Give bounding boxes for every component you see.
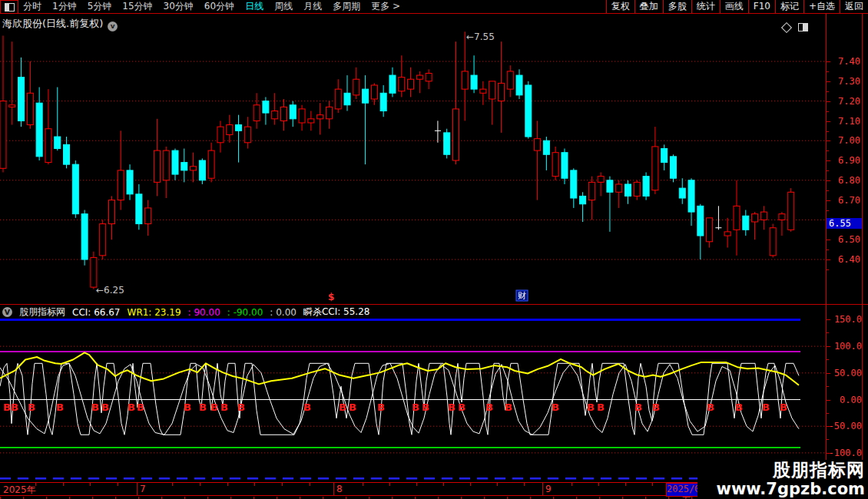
layout-toggle-button[interactable] xyxy=(0,0,18,14)
timeline-tick xyxy=(524,483,525,486)
period-tab-7[interactable]: 周线 xyxy=(274,0,293,13)
candle xyxy=(408,68,414,97)
axis-tick-minor xyxy=(827,386,829,387)
period-tab-2[interactable]: 5分钟 xyxy=(88,0,112,13)
indicator-header-segment-2: WR1: 23.19 xyxy=(128,307,181,318)
axis-frame-line xyxy=(826,13,827,482)
timeline-tick xyxy=(63,483,64,486)
indicator-header-segment-0: 股朋指标网 xyxy=(19,306,65,319)
candlestick-chart: ←7.55←6.25$财 xyxy=(0,29,826,304)
toolbar-button-3[interactable]: 统计 xyxy=(691,0,720,13)
top-toolbar: 分时1分钟5分钟15分钟30分钟60分钟日线周线月线多周期更多 > 复权叠加多股… xyxy=(0,0,868,14)
candle xyxy=(435,121,441,142)
axis-tick-minor xyxy=(827,439,829,440)
price-axis-label: 6.70 xyxy=(827,195,860,206)
event-marker[interactable]: $ xyxy=(328,292,334,302)
candle xyxy=(661,144,668,170)
period-tab-0[interactable]: 分时 xyxy=(23,0,41,13)
buy-signal-marker: B xyxy=(587,402,595,413)
app-window: 分时1分钟5分钟15分钟30分钟60分钟日线周线月线多周期更多 > 复权叠加多股… xyxy=(0,0,868,499)
event-marker[interactable]: 财 xyxy=(516,290,528,301)
toolbar-button-1[interactable]: 叠加 xyxy=(634,0,663,13)
candle xyxy=(399,55,405,97)
axis-tick-minor xyxy=(827,269,829,270)
candle xyxy=(715,206,721,230)
svg-text:$: $ xyxy=(328,292,334,302)
toolbar-right-menu: 复权叠加多股统计画线F10标记+自选返回 xyxy=(606,0,868,13)
indicator-axis-label: -50.00 xyxy=(827,421,862,431)
timeline-tick xyxy=(200,483,200,486)
timeline-separator xyxy=(542,483,543,496)
period-tab-10[interactable]: 更多 > xyxy=(371,0,400,13)
candle xyxy=(670,154,676,182)
candle xyxy=(317,103,323,134)
axis-tick-minor xyxy=(827,170,829,171)
price-axis-label: 6.80 xyxy=(827,175,860,186)
price-axis-label: 6.90 xyxy=(827,155,860,166)
candle xyxy=(516,69,522,99)
toolbar-button-7[interactable]: +自选 xyxy=(803,0,840,13)
candle xyxy=(363,75,369,164)
candle xyxy=(525,81,532,139)
buy-signal-marker: B xyxy=(56,402,64,413)
candle xyxy=(616,180,622,208)
toolbar-button-5[interactable]: F10 xyxy=(748,0,775,13)
period-tab-4[interactable]: 30分钟 xyxy=(164,0,194,13)
candle xyxy=(426,69,432,89)
timeline-tick xyxy=(35,483,36,486)
candle xyxy=(72,160,78,218)
candle xyxy=(308,111,314,131)
toolbar-button-4[interactable]: 画线 xyxy=(720,0,748,13)
indicator-axis-label: -100.0 xyxy=(827,448,862,458)
candle xyxy=(498,41,504,133)
buy-signal-marker: B xyxy=(220,402,228,413)
toolbar-button-6[interactable]: 标记 xyxy=(775,0,803,13)
period-menu: 分时1分钟5分钟15分钟30分钟60分钟日线周线月线多周期更多 > xyxy=(23,0,400,13)
candle xyxy=(18,58,25,127)
candle xyxy=(371,83,377,104)
candle xyxy=(543,137,549,170)
price-axis-label: 6.50 xyxy=(827,234,860,245)
indicator-axis-label: 150.0 xyxy=(827,314,862,325)
timeline-tick xyxy=(443,483,444,486)
collapse-indicator-icon[interactable]: v xyxy=(2,307,12,317)
price-axis-label: 7.10 xyxy=(827,116,860,127)
candle xyxy=(416,71,422,93)
panel-separator xyxy=(0,304,868,305)
indicator-chart: BBBBBBBBBBBBBBBBBBBBBBBBBBBBBBBB xyxy=(0,319,826,482)
buy-signal-marker: B xyxy=(597,402,605,413)
axis-tick xyxy=(827,200,830,201)
candle xyxy=(45,89,51,164)
period-tab-8[interactable]: 月线 xyxy=(303,0,322,13)
candle xyxy=(9,41,15,124)
watermark-url: www.7gpzb.com xyxy=(716,480,865,498)
timeline-tick xyxy=(416,483,417,486)
period-tab-9[interactable]: 多周期 xyxy=(333,0,360,13)
buy-signal-marker: B xyxy=(735,402,743,413)
candle xyxy=(625,180,631,204)
candle xyxy=(100,220,106,259)
timeline-year-label: 2025年 xyxy=(3,484,36,497)
indicator-header-segment-4: : -90.00 xyxy=(227,307,263,318)
indicator-header-segment-6: 瞬杀CCI: 55.28 xyxy=(303,306,370,319)
candle xyxy=(199,158,205,184)
candle xyxy=(588,177,595,220)
toolbar-button-8[interactable]: 返回 xyxy=(840,0,868,13)
axis-tick-minor xyxy=(827,111,829,112)
period-tab-5[interactable]: 60分钟 xyxy=(204,0,234,13)
axis-tick-minor xyxy=(827,359,829,360)
price-axis-label: 7.00 xyxy=(827,135,860,146)
timeline-tick xyxy=(282,483,283,486)
candle xyxy=(335,79,341,113)
period-tab-3[interactable]: 15分钟 xyxy=(122,0,152,13)
toolbar-button-0[interactable]: 复权 xyxy=(606,0,634,13)
toolbar-button-2[interactable]: 多股 xyxy=(663,0,691,13)
period-tab-1[interactable]: 1分钟 xyxy=(52,0,77,13)
axis-tick-minor xyxy=(827,150,829,151)
buy-signal-marker: B xyxy=(210,402,218,413)
buy-signal-marker: B xyxy=(458,402,465,413)
period-tab-6[interactable]: 日线 xyxy=(245,0,263,13)
timeline-month-label-2: 9 xyxy=(545,484,552,494)
axis-tick xyxy=(827,346,830,347)
buy-signal-marker: B xyxy=(339,402,346,413)
